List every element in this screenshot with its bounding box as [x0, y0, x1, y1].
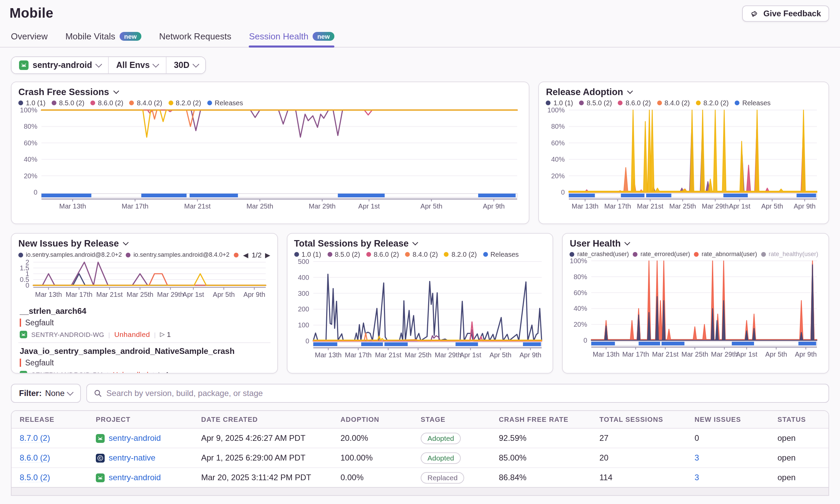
legend-dot [90, 101, 95, 105]
adoption-cell: 100.00% [340, 453, 421, 463]
legend-label: 8.2.0 (2) [452, 251, 477, 258]
legend-prev-button[interactable]: ◀ [243, 251, 248, 258]
legend-item[interactable]: 8.2.0 (2) [696, 99, 729, 107]
release-adoption-chart[interactable]: 100%80%60%40%20%0Mar 13thMar 17thMar 21s… [546, 107, 822, 212]
svg-text:Mar 29th: Mar 29th [309, 202, 336, 210]
crash-free-sessions-title-dropdown[interactable]: Crash Free Sessions [18, 87, 522, 97]
filter-dropdown[interactable]: Filter: None [11, 384, 81, 403]
tab-label: Mobile Vitals [65, 31, 115, 41]
project-link[interactable]: sentry-native [109, 453, 155, 463]
legend-item[interactable]: rate_abnormal(user) [694, 251, 757, 257]
svg-text:Mar 13th: Mar 13th [315, 351, 342, 359]
table-header-row: RELEASE PROJECT DATE CREATED ADOPTION ST… [12, 411, 828, 429]
legend-item[interactable]: 8.5.0 (2) [327, 251, 360, 258]
legend-item[interactable]: rate_crashed(user) [570, 251, 629, 257]
legend-dot [366, 252, 371, 257]
legend-item[interactable]: 1.0 (1) [18, 99, 46, 107]
date-range-value: 30D [174, 60, 190, 70]
issue-title-link[interactable]: Java_io_sentry_samples_android_NativeSam… [20, 346, 269, 356]
tab-session-health[interactable]: Session Healthnew [249, 31, 335, 47]
legend-item[interactable]: io.sentry.samp [233, 251, 240, 258]
legend-item[interactable]: io.sentry.samples.android@8.4.0+2 [126, 251, 230, 258]
legend-dot [761, 252, 766, 256]
new-issues-chart[interactable]: 21.510.50Mar 13thMar 17thMar 21stMar 25t… [18, 259, 270, 300]
svg-text:Mar 17th: Mar 17th [605, 202, 631, 210]
svg-text:Mar 29th: Mar 29th [711, 350, 738, 358]
legend-item[interactable]: 1.0 (1) [546, 99, 573, 107]
legend-item[interactable]: 8.2.0 (2) [444, 251, 477, 258]
legend-label: 8.6.0 (2) [374, 251, 399, 258]
issue-project-id[interactable]: SENTRY-ANDROID-WG [31, 330, 104, 338]
project-link[interactable]: sentry-android [109, 473, 161, 482]
release-search-input[interactable] [106, 384, 822, 402]
svg-text:Apr 5th: Apr 5th [420, 202, 442, 210]
divider: | [154, 330, 156, 338]
legend-label: io.sentry.samples.android@8.4.0+2 [134, 251, 230, 258]
release-link[interactable]: 8.7.0 (2) [20, 433, 50, 443]
legend-item[interactable]: Releases [483, 251, 519, 258]
svg-text:Apr 1st: Apr 1st [459, 351, 481, 359]
tab-overview[interactable]: Overview [11, 31, 48, 47]
new-issues-link[interactable]: 3 [695, 473, 699, 482]
legend-item[interactable]: 8.4.0 (2) [405, 251, 438, 258]
legend-item[interactable]: 8.6.0 (2) [90, 99, 123, 107]
android-project-icon [19, 60, 29, 70]
legend-page-indicator: 1/2 [252, 251, 262, 259]
android-project-icon [20, 371, 27, 374]
date-created-cell: Apr 1, 2025 6:29:00 AM PDT [201, 453, 340, 463]
legend-dot [207, 101, 212, 105]
legend-item[interactable]: rate_errored(user) [633, 251, 690, 257]
tab-label: Overview [11, 31, 48, 41]
chart-legend: 1.0 (1)8.5.0 (2)8.6.0 (2)8.4.0 (2)8.2.0 … [18, 99, 522, 107]
legend-item[interactable]: 8.4.0 (2) [129, 99, 162, 107]
legend-item[interactable]: 8.5.0 (2) [52, 99, 85, 107]
give-feedback-button[interactable]: Give Feedback [742, 5, 829, 22]
stage-badge: Replaced [421, 472, 465, 483]
legend-label: io.sentry.samples.android@8.2.0+2 [26, 251, 122, 258]
legend-item[interactable]: 1.0 (1) [294, 251, 321, 258]
release-link[interactable]: 8.6.0 (2) [20, 453, 50, 463]
legend-item[interactable]: 8.5.0 (2) [579, 99, 612, 107]
project-link[interactable]: sentry-android [109, 433, 161, 443]
user-health-chart[interactable]: 100%80%60%40%20%0Mar 13thMar 17thMar 21s… [570, 257, 822, 360]
legend-item[interactable]: 8.4.0 (2) [657, 99, 690, 107]
legend-item[interactable]: 8.6.0 (2) [366, 251, 399, 258]
svg-text:Mar 29th: Mar 29th [157, 291, 184, 298]
total-sessions-title-dropdown[interactable]: Total Sessions by Release [294, 238, 546, 249]
tab-network-requests[interactable]: Network Requests [159, 31, 231, 47]
panel-title: Crash Free Sessions [18, 87, 109, 97]
legend-label: 8.5.0 (2) [59, 99, 85, 107]
legend-item[interactable]: rate_healthy(user) [761, 251, 818, 257]
tab-mobile-vitals[interactable]: Mobile Vitalsnew [65, 31, 141, 47]
user-health-title-dropdown[interactable]: User Health [570, 238, 822, 249]
total-sessions-chart[interactable]: 5004003002001000Mar 13thMar 17thMar 21st… [294, 258, 546, 361]
issue-title-link[interactable]: __strlen_aarch64 [20, 306, 269, 316]
svg-text:Mar 25th: Mar 25th [246, 202, 273, 210]
environment-filter-value: All Envs [116, 60, 150, 70]
legend-item[interactable]: Releases [735, 99, 770, 107]
play-icon: ▷ [158, 371, 163, 374]
issue-project-id[interactable]: SENTRY-ANDROID-PM [31, 371, 103, 374]
project-icon [96, 473, 105, 482]
user-health-panel: User Health rate_crashed(user)rate_error… [562, 233, 829, 374]
legend-dot [129, 101, 134, 105]
crash-free-sessions-chart[interactable]: 100%80%60%40%20%0Mar 13thMar 17thMar 21s… [18, 107, 522, 212]
svg-text:Mar 17th: Mar 17th [623, 350, 649, 358]
project-filter-dropdown[interactable]: sentry-android [12, 57, 108, 73]
legend-item[interactable]: 8.2.0 (2) [168, 99, 201, 107]
chevron-down-icon [625, 240, 630, 246]
release-adoption-title-dropdown[interactable]: Release Adoption [546, 87, 822, 97]
release-link[interactable]: 8.5.0 (2) [20, 473, 50, 482]
legend-label: rate_abnormal(user) [702, 251, 757, 257]
panel-title: Total Sessions by Release [294, 238, 408, 249]
legend-dot [546, 101, 551, 105]
date-range-filter-dropdown[interactable]: 30D [166, 57, 206, 73]
legend-item[interactable]: 8.6.0 (2) [618, 99, 651, 107]
svg-text:Apr 9th: Apr 9th [483, 202, 505, 210]
new-issues-link[interactable]: 3 [695, 453, 699, 463]
environment-filter-dropdown[interactable]: All Envs [108, 57, 166, 73]
legend-next-button[interactable]: ▶ [265, 251, 270, 258]
new-issues-title-dropdown[interactable]: New Issues by Release [18, 238, 270, 249]
legend-item[interactable]: io.sentry.samples.android@8.2.0+2 [18, 251, 122, 258]
legend-item[interactable]: Releases [207, 99, 243, 107]
